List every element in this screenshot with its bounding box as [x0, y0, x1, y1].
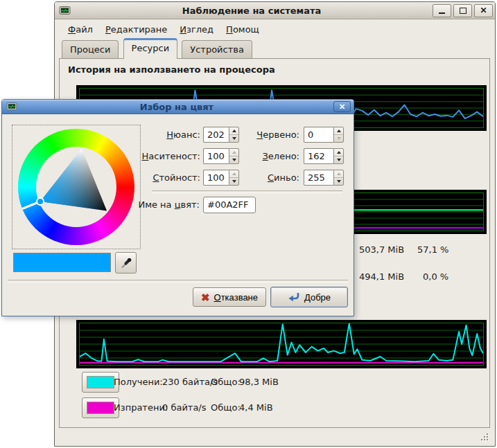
red-decrement-button[interactable] — [334, 135, 343, 142]
row-saturation-green: Наситеност: 100 Зелено: 162 — [2, 148, 354, 164]
value-input[interactable]: 100 — [203, 170, 229, 186]
hue-input[interactable]: 202 — [203, 127, 229, 143]
up-arrow-icon — [337, 172, 341, 175]
swap-amount: 494,1 MiB — [359, 271, 404, 282]
color-name-input[interactable]: #00A2FF — [203, 197, 256, 213]
color-picker-dialog: Избор на цвят ✕ — [1, 99, 354, 316]
ok-label: Добре — [304, 292, 331, 303]
selected-color-preview — [13, 253, 111, 272]
dialog-close-icon: ✕ — [339, 102, 345, 111]
received-color — [87, 376, 114, 388]
tabbar: Процеси Ресурси Устройства — [55, 38, 495, 58]
menu-edit[interactable]: Редактиране — [99, 21, 173, 37]
received-rate: 230 байта/s — [162, 372, 218, 393]
menu-help[interactable]: Помощ — [220, 21, 265, 37]
system-monitor-icon — [59, 6, 71, 16]
red-increment-button[interactable] — [334, 127, 343, 135]
down-arrow-icon — [337, 180, 341, 183]
menubar: Файл Редактиране Изглед Помощ — [55, 19, 495, 39]
main-window-title: Наблюдение на системата — [73, 6, 430, 16]
up-arrow-icon — [337, 151, 341, 154]
close-button[interactable]: ✕ — [474, 4, 493, 17]
saturation-input[interactable]: 100 — [203, 148, 229, 164]
hsv-triangle[interactable] — [12, 125, 140, 249]
row-color-name: Име на цвят: #00A2FF — [2, 197, 354, 213]
network-history-chart — [76, 320, 487, 368]
green-input[interactable]: 162 — [304, 148, 333, 164]
minimize-button[interactable] — [433, 4, 451, 17]
menu-view[interactable]: Изглед — [173, 21, 220, 37]
up-arrow-icon — [337, 129, 341, 132]
memory-amount: 503,7 MiB — [359, 244, 404, 255]
cancel-button[interactable]: ✖ Отказване — [193, 287, 266, 307]
cancel-icon: ✖ — [201, 292, 210, 303]
sent-label: Изпратени: — [114, 397, 168, 418]
maximize-icon — [460, 8, 467, 14]
down-arrow-icon — [337, 137, 341, 140]
down-arrow-icon — [337, 159, 341, 161]
green-decrement-button[interactable] — [334, 156, 343, 163]
received-total: 98,3 MiB — [239, 372, 279, 393]
blue-decrement-button[interactable] — [334, 178, 343, 185]
sent-total: 4,4 MiB — [239, 397, 273, 418]
eyedropper-icon — [119, 256, 133, 270]
tab-processes[interactable]: Процеси — [62, 40, 119, 59]
ok-icon — [288, 292, 300, 303]
screen: Наблюдение на системата ✕ Файл Редактира… — [0, 0, 497, 448]
blue-label: Синьо: — [230, 170, 299, 186]
network-received-row: Получени: 230 байта/s Общо: 98,3 MiB — [60, 372, 489, 393]
fields-separator — [152, 190, 342, 193]
maximize-button[interactable] — [453, 4, 472, 17]
menu-file[interactable]: Файл — [62, 21, 99, 37]
network-sent-row: Изпратени: 0 байта/s Общо: 4,4 MiB — [60, 397, 489, 418]
dialog-app-icon — [6, 102, 18, 112]
window-controls: ✕ — [430, 4, 493, 17]
hue-label: Нюанс: — [106, 127, 200, 143]
minimize-icon — [439, 7, 445, 14]
tab-resources[interactable]: Ресурси — [123, 38, 178, 59]
action-separator — [8, 280, 348, 283]
close-icon: ✕ — [480, 6, 487, 15]
memory-percent: 57,1 % — [417, 244, 448, 255]
received-total-label: Общо: — [211, 372, 241, 393]
dialog-title: Избор на цвят — [20, 102, 333, 112]
red-label: Червено: — [230, 127, 299, 143]
swap-percent: 0,0 % — [423, 271, 448, 282]
blue-spinner: 255 — [304, 170, 344, 186]
received-label: Получени: — [114, 372, 163, 393]
resize-grip[interactable] — [480, 433, 490, 442]
sent-rate: 0 байта/s — [162, 397, 207, 418]
green-spinner: 162 — [304, 148, 344, 164]
resize-grip-icon — [480, 433, 490, 442]
tab-devices[interactable]: Устройства — [182, 40, 252, 59]
value-label: Стойност: — [106, 170, 200, 186]
color-wheel[interactable] — [12, 125, 141, 249]
green-label: Зелено: — [230, 148, 299, 164]
dialog-titlebar[interactable]: Избор на цвят ✕ — [2, 100, 354, 114]
cancel-label: Отказване — [214, 292, 259, 303]
red-input[interactable]: 0 — [304, 127, 333, 143]
color-name-label: Име на цвят: — [113, 197, 200, 213]
sent-total-label: Общо: — [211, 397, 241, 418]
main-titlebar[interactable]: Наблюдение на системата ✕ — [55, 2, 495, 19]
dialog-close-button[interactable]: ✕ — [333, 101, 351, 112]
saturation-label: Наситеност: — [106, 148, 200, 164]
red-spinner: 0 — [304, 127, 344, 143]
row-hue-red: Нюанс: 202 Червено: 0 — [2, 127, 354, 143]
statusbar — [55, 429, 494, 445]
row-value-blue: Стойност: 100 Синьо: 255 — [2, 170, 354, 186]
sent-color — [87, 402, 114, 414]
eyedropper-button[interactable] — [115, 252, 137, 274]
blue-input[interactable]: 255 — [304, 170, 333, 186]
ok-button[interactable]: Добре — [270, 287, 348, 307]
green-increment-button[interactable] — [334, 149, 343, 156]
cpu-section-title: История на използването на процесора — [68, 64, 275, 75]
blue-increment-button[interactable] — [334, 170, 343, 178]
